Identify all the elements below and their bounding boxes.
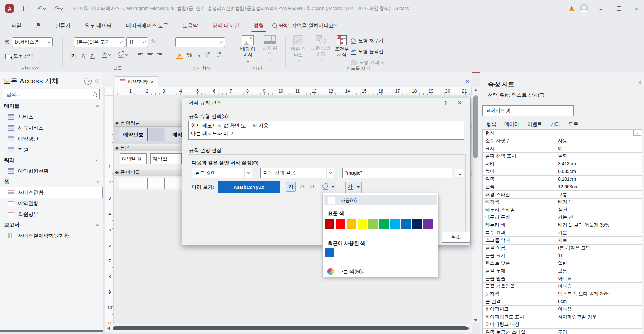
property-row[interactable]: 너비 3.413cm <box>483 160 642 168</box>
property-row[interactable]: 테두리 스타일 실선 <box>483 206 642 214</box>
rule-type-listbox[interactable]: 현재 레코드의 값 확인 또는 식 사용다른 레코드와 비교 <box>188 121 464 140</box>
customize-quick-access-button[interactable] <box>69 3 79 14</box>
close-document-button[interactable]: × <box>466 78 469 85</box>
shape-outline-button[interactable]: 도형 윤곽선 <box>351 47 388 56</box>
preview-underline-button[interactable]: 간 <box>307 182 317 192</box>
color-swatch[interactable] <box>423 219 433 229</box>
preview-font-color-button[interactable]: 가 <box>345 182 362 193</box>
fill-color-dropdown[interactable] <box>330 182 336 193</box>
cancel-button[interactable]: 취소 <box>442 232 470 243</box>
property-value[interactable] <box>555 130 633 137</box>
comma-format-button[interactable]: , <box>198 52 200 56</box>
vertical-ruler[interactable]: 1234567891011 <box>105 95 114 324</box>
scroll-right-icon[interactable] <box>465 327 472 330</box>
sidebar-item-form[interactable]: 회원명부 <box>0 209 103 220</box>
ribbon-tab[interactable]: 양식 디자인 <box>205 22 246 29</box>
maximize-button[interactable] <box>613 3 625 14</box>
property-row[interactable]: 표시 예 <box>483 145 642 153</box>
header-empty-cell[interactable] <box>149 128 164 141</box>
preview-fill-color-button[interactable] <box>320 182 336 193</box>
dialog-help-button[interactable]: ? <box>438 99 453 107</box>
nav-search-box[interactable] <box>3 89 100 99</box>
selected-control-combobox[interactable]: txt서비스명 <box>12 37 53 47</box>
minimize-button[interactable]: – <box>595 3 607 14</box>
color-swatch[interactable] <box>379 219 389 229</box>
property-value[interactable]: 보통 <box>555 267 642 275</box>
property-row[interactable]: 높이 0.635cm <box>483 168 642 176</box>
color-swatch[interactable] <box>325 219 334 229</box>
align-right-button[interactable] <box>157 53 162 57</box>
property-value[interactable]: 아니요 <box>555 306 642 313</box>
undo-button[interactable]: ↶ <box>34 3 49 14</box>
property-row[interactable]: 테두리 두께 가는 선 <box>483 214 642 222</box>
property-tab[interactable]: 형식 <box>482 119 500 129</box>
document-tab[interactable]: 예약현황 × <box>115 76 158 87</box>
property-row[interactable]: 왼쪽 12.663cm <box>483 183 642 191</box>
sidebar-item-table[interactable]: 회원 <box>0 144 103 155</box>
property-tab[interactable]: 모두 <box>564 119 582 129</box>
percent-format-button[interactable]: % <box>187 52 192 59</box>
textbox-control[interactable]: 예약번호 <box>120 153 147 164</box>
footer-empty-cell[interactable] <box>147 178 164 189</box>
property-object-combobox[interactable]: txt서비스명 <box>482 105 574 116</box>
property-value[interactable]: 세로 <box>555 237 642 244</box>
sidebar-item-form[interactable]: 예약현황 <box>0 198 103 209</box>
dialog-close-button[interactable]: × <box>453 99 467 107</box>
property-value[interactable]: (본문)맑은 고딕 <box>555 245 642 252</box>
nav-pane-menu-icon[interactable] <box>84 78 92 85</box>
property-value[interactable] <box>555 321 642 329</box>
redo-button[interactable]: ↷ <box>51 3 66 14</box>
footer-empty-cell[interactable] <box>164 178 182 189</box>
font-name-combobox[interactable]: (본문)맑은 고딕 <box>74 37 125 47</box>
property-row[interactable]: 줄 간격 0cm <box>483 298 642 306</box>
property-value[interactable]: 배경 1, 보다 어둡게 35% <box>555 221 642 229</box>
property-value[interactable]: 가는 선 <box>555 214 642 221</box>
nav-pane-scrollbar[interactable] <box>0 330 103 332</box>
save-button[interactable] <box>21 3 31 14</box>
property-row[interactable]: 텍스트 맞춤 일반 <box>483 260 642 268</box>
color-swatch[interactable] <box>358 219 367 229</box>
align-center-button[interactable] <box>147 53 153 57</box>
nav-section-queries[interactable]: 쿼리 <box>0 155 103 166</box>
color-swatch[interactable] <box>368 219 378 229</box>
collapse-pane-button[interactable] <box>95 80 99 82</box>
sidebar-item-table[interactable]: 예약명단 <box>0 133 103 144</box>
ribbon-tab[interactable]: 정렬 <box>247 22 271 29</box>
nav-section-tables[interactable]: 테이블 <box>0 101 103 112</box>
property-row[interactable]: 글꼴 기울임꼴 아니요 <box>483 283 642 290</box>
property-row[interactable]: 날짜 선택 표시 날짜 <box>483 153 642 161</box>
color-swatch[interactable] <box>347 219 356 229</box>
property-value[interactable]: 날짜 <box>555 153 642 160</box>
field-value-combobox[interactable]: 필드 값이 <box>192 168 252 178</box>
property-value[interactable]: 하이퍼링크일 경우 <box>555 313 642 321</box>
property-value[interactable]: 아니요 <box>555 283 642 290</box>
property-value[interactable]: 0cm <box>555 298 642 305</box>
underline-button[interactable]: 간 <box>88 52 97 61</box>
property-value[interactable]: 예 <box>555 145 642 152</box>
property-row[interactable]: 글꼴 크기 11 <box>483 252 642 260</box>
alternate-row-color-button[interactable]: 교차 행 색 <box>260 35 280 65</box>
operator-combobox[interactable]: 다음 값과 같음 <box>260 168 334 178</box>
property-row[interactable]: 하이퍼링크 아니요 <box>483 306 642 314</box>
close-tab-icon[interactable]: × <box>151 79 154 85</box>
footer-empty-cell[interactable] <box>119 178 133 189</box>
bold-button[interactable]: 가 <box>69 52 78 61</box>
property-tab[interactable]: 이벤트 <box>523 119 547 129</box>
expression-builder-button[interactable]: ... <box>455 169 464 177</box>
property-value[interactable]: 자동 <box>555 137 642 145</box>
increase-decimals-button[interactable]: ←0.00 <box>205 52 210 58</box>
property-tab[interactable]: 데이터 <box>500 119 523 129</box>
select-all-button[interactable]: 모두 선택 <box>5 53 34 59</box>
sidebar-item-table[interactable]: 서비스 <box>0 112 103 122</box>
property-row[interactable]: 특수 효과 기본 <box>483 229 642 237</box>
textbox-control[interactable]: 예약일 <box>150 153 182 164</box>
preview-bold-button[interactable]: 가 <box>286 182 296 192</box>
background-color-button[interactable] <box>118 52 127 58</box>
property-value[interactable]: 0.101cm <box>555 176 642 183</box>
nav-section-forms[interactable]: 폼 <box>0 177 103 187</box>
color-swatch[interactable] <box>390 219 400 229</box>
property-row[interactable]: 배경색 배경 1 <box>483 199 642 206</box>
ribbon-tab[interactable]: 데이터베이스 도구 <box>119 22 175 29</box>
format-painter-button[interactable]: ✎ <box>151 38 156 46</box>
warning-button[interactable] <box>567 3 577 14</box>
